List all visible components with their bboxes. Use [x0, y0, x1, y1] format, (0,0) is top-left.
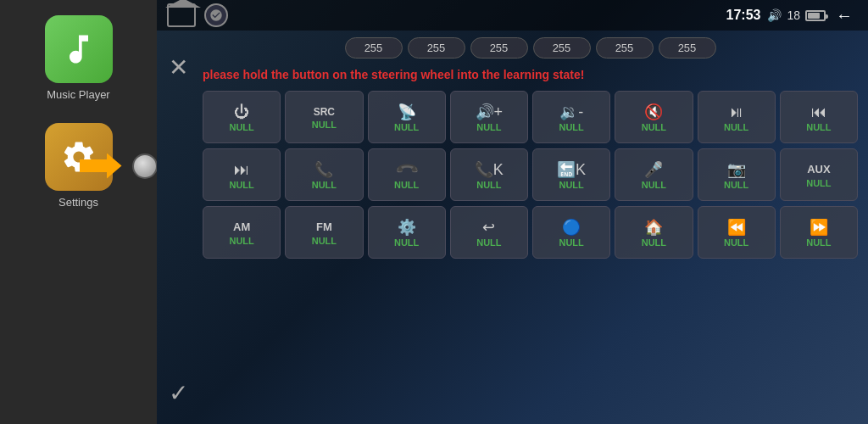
next-null-label: NULL	[229, 180, 253, 190]
next-track-icon: ⏭	[234, 162, 249, 177]
bluetooth-icon: 🔵	[562, 220, 581, 235]
side-controls: ✕ ✓	[157, 31, 199, 424]
aux-null-label: NULL	[806, 178, 831, 188]
back-button[interactable]: ←	[831, 4, 858, 27]
home-nav-icon: 🏠	[644, 220, 663, 235]
status-bar: 17:53 🔊 18 ←	[157, 0, 868, 31]
vol-up-null-label: NULL	[476, 122, 501, 132]
orange-arrow-icon	[80, 153, 122, 179]
camera-button[interactable]: 📷 NULL	[698, 148, 776, 201]
aux-button[interactable]: AUX NULL	[780, 148, 858, 201]
play-pause-null-label: NULL	[724, 122, 748, 132]
sidebar: Music Player Settings	[0, 0, 157, 424]
mic-icon: 🎤	[644, 162, 663, 177]
call-k-button[interactable]: 📞K NULL	[450, 148, 528, 201]
phone-end-button[interactable]: 📞 NULL	[368, 148, 446, 201]
src-button[interactable]: SRC NULL	[285, 91, 363, 143]
mute-null-label: NULL	[642, 122, 666, 132]
home-nav-button[interactable]: 🏠 NULL	[615, 206, 693, 259]
cancel-button[interactable]: ✕	[160, 47, 197, 88]
fm-label: FM	[316, 220, 332, 233]
bluetooth-button[interactable]: 🔵 NULL	[532, 206, 610, 259]
home-button[interactable]	[167, 3, 196, 27]
back-nav-icon: ↩	[482, 220, 495, 235]
rewind-button[interactable]: ⏪ NULL	[698, 206, 776, 259]
callk-null-label: NULL	[476, 180, 501, 190]
status-time: 17:53	[726, 8, 761, 23]
knob-control[interactable]	[132, 153, 158, 179]
aux-label: AUX	[807, 163, 830, 176]
play-pause-button[interactable]: ⏯ NULL	[698, 91, 776, 143]
button-row-2: ⏭ NULL 📞 NULL 📞 NULL 📞K NULL	[203, 148, 858, 201]
call-k2-button[interactable]: 🔚K NULL	[532, 148, 610, 201]
value-pill-1: 255	[345, 37, 403, 59]
settings-nav-icon[interactable]	[204, 3, 228, 27]
call-k-icon: 📞K	[475, 162, 504, 177]
power-button[interactable]: ⏻ NULL	[203, 91, 281, 143]
settings-app[interactable]: Settings	[38, 116, 120, 215]
button-row-3: AM NULL FM NULL ⚙️ NULL ↩ NULL	[203, 206, 858, 259]
ff-null-label: NULL	[806, 237, 831, 248]
vol-down-button[interactable]: 🔉- NULL	[532, 91, 610, 143]
phone-answer-button[interactable]: 📞 NULL	[285, 148, 363, 201]
music-player-icon-box	[45, 15, 113, 83]
settings-gear-icon: ⚙️	[398, 220, 416, 235]
camera-icon: 📷	[727, 162, 746, 177]
mute-button[interactable]: 🔇 NULL	[615, 91, 693, 143]
back-nav-null-label: NULL	[476, 237, 501, 248]
nav-gear-icon	[209, 8, 223, 22]
callk2-null-label: NULL	[559, 180, 583, 190]
settings-null-label: NULL	[394, 237, 419, 248]
status-icons: 🔊 18 ←	[767, 4, 858, 27]
mic-button[interactable]: 🎤 NULL	[615, 148, 693, 201]
fm-null-label: NULL	[312, 236, 337, 246]
value-pill-5: 255	[596, 37, 654, 59]
am-label: AM	[233, 220, 250, 233]
power-null-label: NULL	[229, 122, 253, 132]
content-area: ✕ ✓ 255 255 255 255 255 255 please hold …	[157, 31, 868, 424]
prev-track-button[interactable]: ⏮ NULL	[780, 91, 858, 143]
value-pill-2: 255	[408, 37, 465, 59]
value-row: 255 255 255 255 255 255	[203, 37, 858, 59]
call-k2-icon: 🔚K	[557, 162, 586, 177]
button-row-1: ⏻ NULL SRC NULL 📡 NULL 🔊+ NULL	[203, 91, 858, 143]
vol-up-button[interactable]: 🔊+ NULL	[450, 91, 528, 143]
mic-null-label: NULL	[642, 180, 666, 190]
prev-track-icon: ⏮	[811, 104, 826, 120]
play-pause-icon: ⏯	[729, 104, 744, 120]
volume-icon: 🔊	[767, 8, 782, 22]
back-nav-button[interactable]: ↩ NULL	[450, 206, 528, 259]
fastforward-button[interactable]: ⏩ NULL	[780, 206, 858, 259]
gps-icon: 📡	[398, 104, 416, 120]
phone-answer-icon: 📞	[314, 162, 333, 177]
prev-null-label: NULL	[806, 122, 831, 132]
fastforward-icon: ⏩	[810, 220, 828, 235]
am-null-label: NULL	[229, 236, 253, 246]
value-pill-6: 255	[659, 37, 716, 59]
am-button[interactable]: AM NULL	[203, 206, 281, 259]
power-icon: ⏻	[234, 104, 249, 120]
rewind-icon: ⏪	[727, 220, 746, 235]
confirm-button[interactable]: ✓	[160, 371, 197, 424]
answer-null-label: NULL	[312, 180, 337, 190]
bt-null-label: NULL	[559, 237, 583, 248]
music-player-app[interactable]: Music Player	[38, 8, 120, 108]
next-track-button[interactable]: ⏭ NULL	[203, 148, 281, 201]
gps-button[interactable]: 📡 NULL	[368, 91, 446, 143]
rew-null-label: NULL	[724, 237, 748, 248]
mute-icon: 🔇	[644, 104, 663, 120]
fm-button[interactable]: FM NULL	[285, 206, 363, 259]
phone-end-icon: 📞	[394, 158, 418, 181]
value-pill-4: 255	[533, 37, 591, 59]
instruction-text: please hold the button on the steering w…	[203, 65, 858, 86]
volume-level: 18	[787, 8, 800, 22]
gps-null-label: NULL	[394, 122, 419, 132]
settings-arrow-area	[80, 153, 158, 179]
src-null-label: NULL	[312, 120, 337, 130]
battery-icon	[805, 10, 826, 21]
vol-down-null-label: NULL	[559, 122, 583, 132]
main-panel: 17:53 🔊 18 ← ✕ ✓ 255 255 255 255 255 255	[157, 0, 868, 424]
settings-gear-button[interactable]: ⚙️ NULL	[368, 206, 446, 259]
camera-null-label: NULL	[724, 180, 748, 190]
value-pill-3: 255	[470, 37, 528, 59]
